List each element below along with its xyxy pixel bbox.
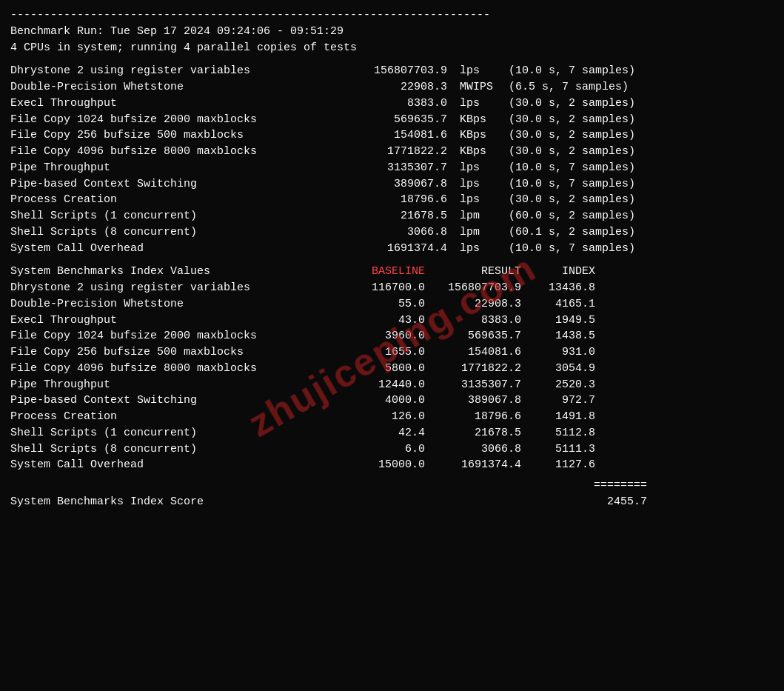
index-data-row: Double-Precision Whetstone 55.0 22908.3 … bbox=[10, 296, 774, 313]
index-row-result: 569635.7 bbox=[425, 328, 521, 344]
measurement-value: 21678.5 bbox=[329, 208, 447, 224]
index-row-index: 972.7 bbox=[521, 393, 595, 409]
index-data-row: Process Creation 126.0 18796.6 1491.8 bbox=[10, 409, 774, 425]
header-line1: Benchmark Run: Tue Sep 17 2024 09:24:06 … bbox=[10, 24, 774, 40]
measurement-value: 569635.7 bbox=[329, 112, 447, 128]
index-row-result: 3066.8 bbox=[425, 441, 521, 458]
measurement-value: 156807703.9 bbox=[329, 63, 447, 79]
index-data-row: System Call Overhead 15000.0 1691374.4 1… bbox=[10, 457, 774, 473]
measurement-unit: lps bbox=[447, 241, 499, 257]
measurement-label: Pipe-based Context Switching bbox=[10, 176, 329, 193]
measurement-unit: KBps bbox=[447, 127, 499, 144]
measurement-unit: lps bbox=[447, 176, 499, 193]
index-row-baseline: 5800.0 bbox=[329, 361, 425, 377]
index-row-baseline: 126.0 bbox=[329, 409, 425, 425]
index-row-index: 931.0 bbox=[521, 344, 595, 361]
index-row-index: 1127.6 bbox=[521, 457, 595, 473]
index-header-index: INDEX bbox=[521, 264, 595, 280]
measurement-label: Execl Throughput bbox=[10, 96, 329, 112]
index-header-row: System Benchmarks Index ValuesBASELINE R… bbox=[10, 264, 774, 280]
index-row-result: 3135307.7 bbox=[425, 377, 521, 393]
measurement-label: Shell Scripts (8 concurrent) bbox=[10, 224, 329, 241]
measurement-info: (60.1 s, 2 samples) bbox=[499, 224, 635, 241]
index-row-baseline: 43.0 bbox=[329, 313, 425, 329]
index-header-label: System Benchmarks Index Values bbox=[10, 264, 329, 280]
index-row-baseline: 1655.0 bbox=[329, 344, 425, 361]
measurement-label: Double-Precision Whetstone bbox=[10, 79, 329, 96]
index-row-baseline: 6.0 bbox=[329, 441, 425, 458]
index-row-result: 22908.3 bbox=[425, 296, 521, 313]
measurement-label: File Copy 256 bufsize 500 maxblocks bbox=[10, 127, 329, 144]
measurement-row: Pipe-based Context Switching 389067.8 lp… bbox=[10, 176, 774, 193]
index-data-row: File Copy 256 bufsize 500 maxblocks 1655… bbox=[10, 344, 774, 361]
measurement-value: 8383.0 bbox=[329, 96, 447, 112]
final-score-value: 2455.7 bbox=[521, 494, 647, 510]
measurement-unit: lpm bbox=[447, 208, 499, 224]
measurement-label: Process Creation bbox=[10, 192, 329, 208]
index-row-baseline: 3960.0 bbox=[329, 328, 425, 344]
index-row-label: Pipe Throughput bbox=[10, 377, 329, 393]
measurement-row: File Copy 256 bufsize 500 maxblocks 1540… bbox=[10, 127, 774, 144]
index-data-row: Shell Scripts (8 concurrent) 6.0 3066.8 … bbox=[10, 441, 774, 458]
index-data-row: Pipe-based Context Switching 4000.0 3890… bbox=[10, 393, 774, 409]
index-row-index: 5111.3 bbox=[521, 441, 595, 458]
measurement-row: Double-Precision Whetstone 22908.3 MWIPS… bbox=[10, 79, 774, 96]
index-row-label: File Copy 1024 bufsize 2000 maxblocks bbox=[10, 328, 329, 344]
measurement-label: Shell Scripts (1 concurrent) bbox=[10, 208, 329, 224]
measurement-info: (30.0 s, 2 samples) bbox=[499, 96, 635, 112]
index-row-index: 1491.8 bbox=[521, 409, 595, 425]
index-row-label: Shell Scripts (8 concurrent) bbox=[10, 441, 329, 458]
index-row-label: Execl Throughput bbox=[10, 313, 329, 329]
measurement-info: (30.0 s, 2 samples) bbox=[499, 192, 635, 208]
terminal-output: ----------------------------------------… bbox=[10, 7, 774, 510]
index-row-baseline: 42.4 bbox=[329, 425, 425, 441]
measurement-row: Execl Throughput 8383.0 lps (30.0 s, 2 s… bbox=[10, 96, 774, 112]
measurement-unit: MWIPS bbox=[447, 79, 499, 96]
measurement-row: File Copy 1024 bufsize 2000 maxblocks569… bbox=[10, 112, 774, 128]
measurement-label: Pipe Throughput bbox=[10, 160, 329, 176]
index-section: System Benchmarks Index ValuesBASELINE R… bbox=[10, 264, 774, 510]
measurement-value: 22908.3 bbox=[329, 79, 447, 96]
index-row-label: System Call Overhead bbox=[10, 457, 329, 473]
index-row-index: 3054.9 bbox=[521, 361, 595, 377]
measurement-info: (60.0 s, 2 samples) bbox=[499, 208, 635, 224]
measurement-row: Shell Scripts (1 concurrent) 21678.5 lpm… bbox=[10, 208, 774, 224]
equals-label bbox=[10, 478, 521, 494]
measurement-unit: lps bbox=[447, 160, 499, 176]
measurement-row: Shell Scripts (8 concurrent) 3066.8 lpm … bbox=[10, 224, 774, 241]
index-row-index: 1949.5 bbox=[521, 313, 595, 329]
index-header-result: RESULT bbox=[425, 264, 521, 280]
measurement-row: Process Creation 18796.6 lps (30.0 s, 2 … bbox=[10, 192, 774, 208]
measurement-info: (30.0 s, 2 samples) bbox=[499, 112, 635, 128]
index-row-result: 389067.8 bbox=[425, 393, 521, 409]
index-row-label: Dhrystone 2 using register variables bbox=[10, 280, 329, 296]
measurement-info: (10.0 s, 7 samples) bbox=[499, 160, 635, 176]
index-row-label: Pipe-based Context Switching bbox=[10, 393, 329, 409]
measurement-value: 3135307.7 bbox=[329, 160, 447, 176]
index-header-baseline: BASELINE bbox=[329, 264, 425, 280]
measurement-value: 389067.8 bbox=[329, 176, 447, 193]
measurement-row: Pipe Throughput 3135307.7 lps (10.0 s, 7… bbox=[10, 160, 774, 176]
index-row-result: 1691374.4 bbox=[425, 457, 521, 473]
index-row-label: File Copy 4096 bufsize 8000 maxblocks bbox=[10, 361, 329, 377]
measurement-unit: lps bbox=[447, 192, 499, 208]
measurement-row: Dhrystone 2 using register variables1568… bbox=[10, 63, 774, 79]
measurement-unit: lps bbox=[447, 96, 499, 112]
index-row-index: 5112.8 bbox=[521, 425, 595, 441]
index-data-row: File Copy 4096 bufsize 8000 maxblocks580… bbox=[10, 361, 774, 377]
measurement-info: (10.0 s, 7 samples) bbox=[499, 176, 635, 193]
index-data-row: Shell Scripts (1 concurrent) 42.4 21678.… bbox=[10, 425, 774, 441]
index-row-index: 1438.5 bbox=[521, 328, 595, 344]
index-data-row: File Copy 1024 bufsize 2000 maxblocks396… bbox=[10, 328, 774, 344]
measurement-value: 1691374.4 bbox=[329, 241, 447, 257]
equals-symbol: ======== bbox=[521, 478, 647, 494]
measurements-block: Dhrystone 2 using register variables1568… bbox=[10, 63, 774, 256]
measurement-info: (30.0 s, 2 samples) bbox=[499, 144, 635, 160]
measurement-label: System Call Overhead bbox=[10, 241, 329, 257]
measurement-value: 18796.6 bbox=[329, 192, 447, 208]
measurement-info: (6.5 s, 7 samples) bbox=[499, 79, 629, 96]
index-row-baseline: 12440.0 bbox=[329, 377, 425, 393]
measurement-label: File Copy 4096 bufsize 8000 maxblocks bbox=[10, 144, 329, 160]
index-data-row: Pipe Throughput 12440.0 3135307.7 2520.3 bbox=[10, 377, 774, 393]
index-row-result: 1771822.2 bbox=[425, 361, 521, 377]
